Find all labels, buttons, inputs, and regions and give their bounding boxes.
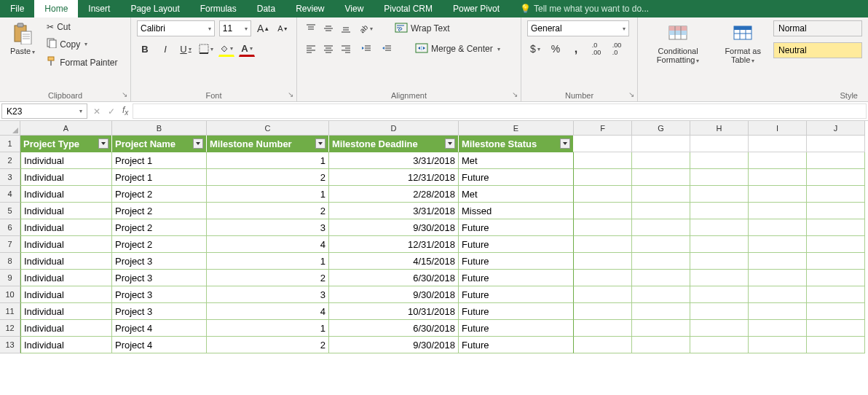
row-header[interactable]: 8 bbox=[0, 253, 20, 270]
cell[interactable]: 12/31/2018 bbox=[329, 236, 459, 253]
decrease-indent-button[interactable] bbox=[358, 41, 374, 57]
cell[interactable]: 2 bbox=[207, 203, 329, 219]
row-header[interactable]: 12 bbox=[0, 320, 20, 337]
cell[interactable] bbox=[749, 286, 807, 303]
cell[interactable] bbox=[690, 286, 749, 303]
cell[interactable] bbox=[807, 219, 865, 236]
wrap-text-button[interactable]: Wrap Text bbox=[392, 21, 453, 36]
cell[interactable] bbox=[749, 337, 807, 353]
tab-view[interactable]: View bbox=[335, 0, 374, 17]
cell[interactable] bbox=[574, 286, 632, 303]
cell[interactable]: 9/30/2018 bbox=[329, 286, 459, 303]
cell[interactable] bbox=[574, 303, 632, 320]
tab-file[interactable]: File bbox=[0, 0, 34, 17]
cell[interactable] bbox=[632, 303, 690, 320]
cell[interactable] bbox=[690, 320, 749, 337]
cell[interactable] bbox=[632, 136, 690, 152]
filter-dropdown-icon[interactable] bbox=[445, 138, 455, 149]
cell[interactable] bbox=[632, 236, 690, 253]
table-header-cell[interactable]: Milestone Number bbox=[207, 136, 329, 152]
cell[interactable] bbox=[574, 337, 632, 353]
row-header[interactable]: 3 bbox=[0, 169, 20, 186]
tab-insert[interactable]: Insert bbox=[78, 0, 120, 17]
cell[interactable] bbox=[690, 236, 749, 253]
percent-button[interactable]: % bbox=[548, 41, 564, 57]
cell[interactable]: Future bbox=[459, 270, 574, 286]
cell[interactable]: 3 bbox=[207, 219, 329, 236]
cell[interactable]: 1 bbox=[207, 253, 329, 270]
name-box[interactable]: K23 ▾ bbox=[1, 103, 87, 119]
cell[interactable] bbox=[632, 320, 690, 337]
cell[interactable] bbox=[749, 320, 807, 337]
cell[interactable] bbox=[807, 236, 865, 253]
cell[interactable] bbox=[807, 337, 865, 353]
cell[interactable] bbox=[807, 320, 865, 337]
cell[interactable]: 2 bbox=[207, 337, 329, 353]
cell[interactable] bbox=[574, 186, 632, 203]
merge-center-button[interactable]: Merge & Center ▾ bbox=[412, 42, 503, 57]
tab-data[interactable]: Data bbox=[247, 0, 285, 17]
format-painter-button[interactable]: Format Painter bbox=[44, 55, 120, 70]
cell[interactable]: 12/31/2018 bbox=[329, 169, 459, 186]
cell[interactable] bbox=[807, 169, 865, 186]
column-header[interactable]: E bbox=[459, 121, 574, 136]
cell[interactable] bbox=[749, 303, 807, 320]
cell[interactable]: Met bbox=[459, 186, 574, 203]
cell[interactable]: Future bbox=[459, 286, 574, 303]
align-center-button[interactable] bbox=[320, 41, 336, 57]
cell[interactable]: 3/31/2018 bbox=[329, 203, 459, 219]
cell[interactable]: Individual bbox=[20, 236, 112, 253]
cell[interactable]: Individual bbox=[20, 286, 112, 303]
cell[interactable] bbox=[632, 286, 690, 303]
cell[interactable]: 1 bbox=[207, 152, 329, 169]
cell[interactable]: Individual bbox=[20, 270, 112, 286]
cell[interactable] bbox=[632, 219, 690, 236]
grow-font-button[interactable]: A▲ bbox=[256, 20, 271, 36]
tab-page-layout[interactable]: Page Layout bbox=[120, 0, 189, 17]
cell[interactable] bbox=[690, 152, 749, 169]
borders-button[interactable]: ▾ bbox=[198, 41, 214, 57]
cell[interactable]: Project 2 bbox=[112, 236, 207, 253]
cell[interactable] bbox=[574, 169, 632, 186]
column-header[interactable]: D bbox=[329, 121, 459, 136]
cell[interactable] bbox=[749, 203, 807, 219]
decrease-decimal-button[interactable]: .00.0 bbox=[609, 41, 625, 57]
cell[interactable]: Project 1 bbox=[112, 169, 207, 186]
cell[interactable]: Project 3 bbox=[112, 253, 207, 270]
cell[interactable] bbox=[574, 320, 632, 337]
cell[interactable]: 4/15/2018 bbox=[329, 253, 459, 270]
cell[interactable]: Project 2 bbox=[112, 186, 207, 203]
cell[interactable]: 2 bbox=[207, 270, 329, 286]
cell[interactable]: Individual bbox=[20, 152, 112, 169]
tab-home[interactable]: Home bbox=[34, 0, 78, 17]
filter-dropdown-icon[interactable] bbox=[315, 138, 326, 149]
cell[interactable]: Project 3 bbox=[112, 286, 207, 303]
italic-button[interactable]: I bbox=[157, 41, 173, 57]
cell[interactable] bbox=[632, 203, 690, 219]
cell[interactable] bbox=[807, 186, 865, 203]
cell[interactable]: 9/30/2018 bbox=[329, 219, 459, 236]
cell[interactable] bbox=[632, 186, 690, 203]
cell[interactable]: 3 bbox=[207, 286, 329, 303]
tab-power-pivot[interactable]: Power Pivot bbox=[443, 0, 510, 17]
cell[interactable] bbox=[690, 270, 749, 286]
cell[interactable] bbox=[690, 219, 749, 236]
cell[interactable] bbox=[807, 203, 865, 219]
accounting-button[interactable]: $▾ bbox=[527, 41, 543, 57]
underline-button[interactable]: U▾ bbox=[178, 41, 194, 57]
row-header[interactable]: 4 bbox=[0, 186, 20, 203]
cell[interactable] bbox=[807, 303, 865, 320]
cell[interactable]: Future bbox=[459, 303, 574, 320]
cell[interactable] bbox=[574, 236, 632, 253]
cell[interactable]: Future bbox=[459, 219, 574, 236]
row-header[interactable]: 6 bbox=[0, 219, 20, 236]
enter-icon[interactable]: ✓ bbox=[108, 106, 115, 117]
select-all-corner[interactable] bbox=[0, 121, 20, 136]
cell[interactable] bbox=[574, 219, 632, 236]
align-right-button[interactable] bbox=[338, 41, 354, 57]
column-header[interactable]: J bbox=[807, 121, 865, 136]
cell[interactable]: Individual bbox=[20, 303, 112, 320]
cell[interactable] bbox=[749, 186, 807, 203]
cell[interactable] bbox=[632, 253, 690, 270]
cell[interactable] bbox=[574, 136, 632, 152]
